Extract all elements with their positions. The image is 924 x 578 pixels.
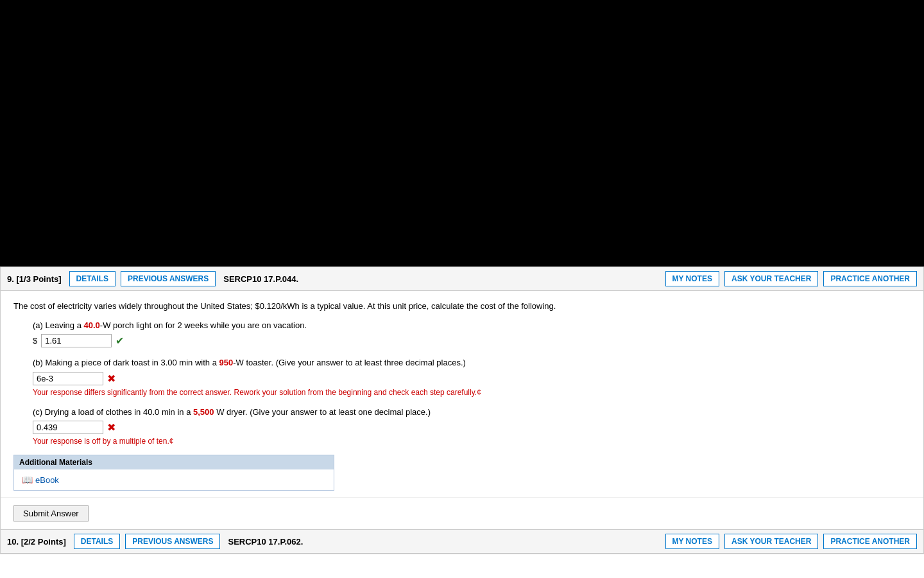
additional-materials: Additional Materials 📖 eBook xyxy=(13,455,334,491)
q10-details-button[interactable]: DETAILS xyxy=(74,534,120,549)
q9-part-b-input[interactable] xyxy=(33,372,103,385)
q9-part-a-input-row: $ ✔ xyxy=(33,334,911,347)
q9-part-a-input[interactable] xyxy=(41,334,112,347)
q10-num: 10. xyxy=(7,537,19,547)
q9-points: [1/3 Points] xyxy=(16,274,61,284)
q10-code: SERCP10 17.P.062. xyxy=(228,537,303,547)
q9-part-b-error: Your response differs significantly from… xyxy=(33,388,911,397)
q9-part-b-cross-icon: ✖ xyxy=(107,372,116,385)
q9-part-c-cross-icon: ✖ xyxy=(107,421,116,434)
q9-submit-button[interactable]: Submit Answer xyxy=(13,505,89,521)
q9-part-a: (a) Leaving a 40.0-W porch light on for … xyxy=(33,319,911,348)
q9-ask-teacher-button[interactable]: ASK YOUR TEACHER xyxy=(724,271,818,286)
q10-practice-another-button[interactable]: PRACTICE ANOTHER xyxy=(823,534,917,549)
q9-part-a-check-icon: ✔ xyxy=(116,335,124,347)
question-9-body: The cost of electricity varies widely th… xyxy=(1,291,923,497)
q9-part-b-input-row: ✖ xyxy=(33,372,911,385)
q10-ask-teacher-button[interactable]: ASK YOUR TEACHER xyxy=(724,534,818,549)
question-9-block: 9. [1/3 Points] DETAILS PREVIOUS ANSWERS… xyxy=(0,267,924,530)
q9-num: 9. xyxy=(7,274,14,284)
q9-practice-another-button[interactable]: PRACTICE ANOTHER xyxy=(823,271,917,286)
q9-code: SERCP10 17.P.044. xyxy=(223,274,298,284)
q10-points: [2/2 Points] xyxy=(21,537,66,547)
ebook-link[interactable]: 📖 eBook xyxy=(22,475,326,485)
question-9-header: 9. [1/3 Points] DETAILS PREVIOUS ANSWERS… xyxy=(1,267,923,291)
q9-part-c-error: Your response is off by a multiple of te… xyxy=(33,437,911,446)
q9-part-b: (b) Making a piece of dark toast in 3.00… xyxy=(33,356,911,397)
question-10-header: 10. [2/2 Points] DETAILS PREVIOUS ANSWER… xyxy=(1,530,923,554)
additional-materials-body: 📖 eBook xyxy=(14,469,334,490)
question-10-block: 10. [2/2 Points] DETAILS PREVIOUS ANSWER… xyxy=(0,530,924,554)
black-header xyxy=(0,0,924,267)
q9-details-button[interactable]: DETAILS xyxy=(69,271,116,286)
q9-my-notes-button[interactable]: MY NOTES xyxy=(665,271,719,286)
q10-previous-answers-button[interactable]: PREVIOUS ANSWERS xyxy=(125,534,220,549)
question-10-number: 10. [2/2 Points] xyxy=(7,537,66,547)
q9-part-a-dollar: $ xyxy=(33,336,37,346)
q9-part-a-label: (a) Leaving a 40.0-W porch light on for … xyxy=(33,319,911,332)
q9-part-c: (c) Drying a load of clothes in 40.0 min… xyxy=(33,406,911,446)
q9-part-c-label: (c) Drying a load of clothes in 40.0 min… xyxy=(33,406,911,419)
q10-my-notes-button[interactable]: MY NOTES xyxy=(665,534,719,549)
ebook-icon: 📖 xyxy=(22,475,33,485)
q9-part-c-input[interactable] xyxy=(33,421,103,434)
q9-part-b-label: (b) Making a piece of dark toast in 3.00… xyxy=(33,356,911,369)
q9-question-text: The cost of electricity varies widely th… xyxy=(13,300,911,313)
question-9-number: 9. [1/3 Points] xyxy=(7,274,62,284)
q9-part-c-input-row: ✖ xyxy=(33,421,911,434)
additional-materials-header: Additional Materials xyxy=(14,455,334,469)
q9-submit-row: Submit Answer xyxy=(1,497,923,529)
q9-previous-answers-button[interactable]: PREVIOUS ANSWERS xyxy=(121,271,216,286)
